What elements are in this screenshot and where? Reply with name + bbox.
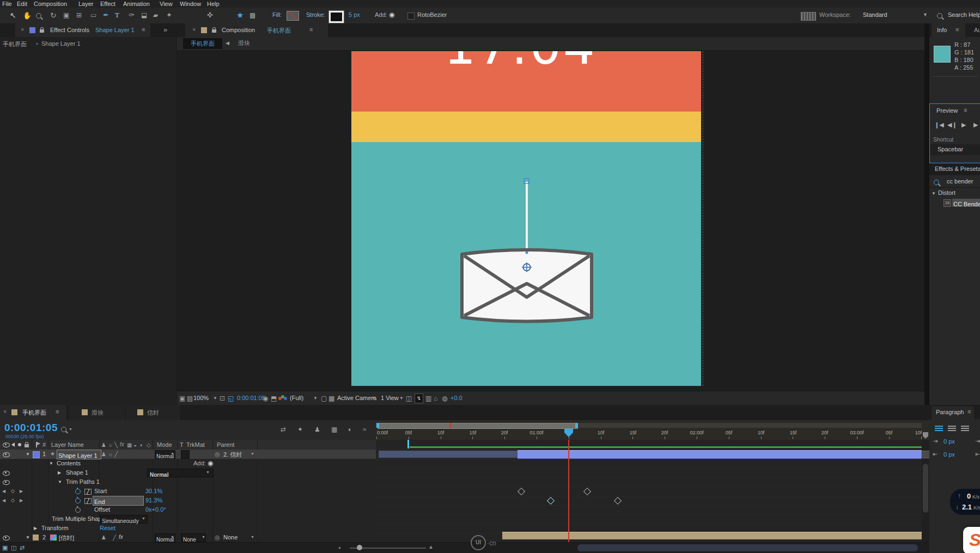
expand-transfer-controls-icon[interactable]: ◫ — [11, 544, 16, 551]
layer-row-xinfeng[interactable]: ▼ 2 [信封] ♟ ╱ fx Normal ▼ None ▼ ◎ None ▼ — [0, 533, 376, 542]
property-row-trim-paths[interactable]: ▼ Trim Paths 1 — [0, 477, 376, 487]
first-frame-button[interactable]: ❙◀ — [934, 121, 944, 128]
add-shape-button[interactable]: ◉ — [208, 459, 213, 467]
current-time-button[interactable]: 0:00:01:05 — [237, 395, 265, 401]
shy-toggle[interactable]: ♟ — [101, 451, 106, 457]
tms-dropdown-arrow[interactable]: ▼ — [142, 517, 145, 520]
puppet-pin-tool[interactable]: ✜ — [207, 11, 213, 19]
quality-toggle[interactable]: ╱ — [113, 534, 116, 540]
add-shape-button[interactable]: ◉ — [389, 11, 394, 19]
mode-dropdown-arrow[interactable]: ▼ — [171, 452, 174, 456]
mask-visibility-icon[interactable]: ▩ — [249, 11, 255, 19]
viewer-tab-other[interactable]: 滑块 — [238, 39, 250, 47]
menu-window[interactable]: Window — [180, 1, 201, 7]
menu-animation[interactable]: Animation — [123, 1, 150, 7]
mode-dropdown-arrow[interactable]: ▼ — [171, 535, 174, 539]
end-value[interactable]: 91.3% — [145, 497, 162, 503]
align-right-button[interactable] — [961, 426, 969, 432]
margin-left-value[interactable]: 0 px — [944, 451, 955, 458]
roto-brush-tool[interactable]: ✦ — [166, 11, 172, 19]
panel-menu-icon[interactable]: ≡ — [142, 26, 145, 33]
search-help-label[interactable]: Search Help — [948, 11, 980, 18]
motion-blur-toggle-icon[interactable]: ◐ — [348, 426, 352, 433]
vertical-scrollbar[interactable] — [923, 464, 928, 513]
composition-tab[interactable]: × Composition 手机界面 ≡ — [185, 23, 328, 37]
color-management-icon[interactable]: ◍ — [442, 395, 447, 402]
timeline-ruler[interactable]: 0:00f 05f 10f 15f 20f 01:00f 10f 15f 20f… — [376, 420, 922, 440]
mini-flowchart-toggle-icon[interactable]: ⇄ — [281, 426, 286, 433]
work-area-bar[interactable] — [378, 423, 578, 429]
expand-arrow-icon[interactable]: ▶ — [58, 470, 61, 475]
mode-dropdown-arrow[interactable]: ▼ — [206, 470, 210, 474]
type-tool[interactable]: T — [115, 11, 119, 20]
expand-arrow-icon[interactable]: ▼ — [49, 461, 53, 466]
current-time-indicator-head[interactable] — [564, 429, 573, 437]
timeline-tab-huakuai[interactable]: 滑块 — [69, 405, 126, 420]
next-keyframe-button[interactable]: ▶ — [20, 489, 23, 494]
path-vertex-dot[interactable] — [526, 251, 528, 254]
rotation-tool[interactable]: ↻ — [50, 11, 57, 20]
camera-view-value[interactable]: Active Camera — [337, 395, 376, 401]
expand-arrow-icon[interactable]: ▼ — [26, 452, 30, 457]
camera-dropdown-arrow[interactable]: ▼ — [372, 396, 376, 401]
pixel-aspect-icon[interactable]: ◫ — [406, 395, 412, 402]
play-button[interactable]: ▶ — [961, 121, 966, 128]
expand-layer-switches-icon[interactable]: ▣ — [2, 544, 8, 551]
menu-effect[interactable]: Effect — [100, 1, 115, 7]
magnification-value[interactable]: 100% — [193, 395, 209, 401]
effect-controls-tab[interactable]: × Effect Controls Shape Layer 1 ≡ — [15, 23, 150, 37]
zoom-out-mountain-icon[interactable]: ▲ — [338, 545, 342, 549]
show-snapshot-icon[interactable]: ⬒ — [271, 395, 277, 402]
exposure-toggle-icon[interactable]: ↯ — [415, 394, 423, 403]
menu-composition[interactable]: Composition — [34, 1, 67, 7]
menu-layer[interactable]: Layer — [78, 1, 94, 7]
layer-color-chip[interactable] — [33, 451, 40, 458]
previous-keyframe-button[interactable]: ◀ — [2, 489, 5, 494]
layer-name-column-header[interactable]: Layer Name — [51, 441, 84, 448]
shortcut-row[interactable]: Spacebar — [930, 144, 980, 155]
next-frame-button[interactable]: ▶❙ — [973, 121, 980, 128]
effects-search-value[interactable]: cc bender — [947, 178, 973, 185]
eraser-tool[interactable]: ▰ — [153, 11, 158, 19]
pen-tool[interactable]: ✒ — [103, 11, 109, 19]
parent-pickwhip-icon[interactable]: ◎ — [215, 534, 220, 541]
property-row-offset[interactable]: Offset 0x+0.0° — [0, 505, 376, 514]
layer-visibility-eye-icon[interactable] — [3, 536, 10, 540]
hand-tool[interactable]: ✋ — [23, 11, 32, 20]
stroke-width-value[interactable]: 5 px — [349, 11, 360, 18]
shape-tool[interactable]: ▭ — [90, 11, 96, 19]
panel-overflow-chevrons[interactable]: » — [163, 26, 167, 34]
draft-3d-toggle-icon[interactable]: ✦ — [297, 426, 303, 433]
fill-swatch[interactable] — [287, 11, 299, 21]
align-left-button[interactable] — [935, 426, 943, 432]
layer-row-shape-layer-1[interactable]: ▼ 1 ★ Shape Layer 1 ♟ ☼ ╱ Normal ▼ ◎ 2. … — [0, 450, 376, 459]
indent-left-value[interactable]: 0 px — [944, 438, 955, 445]
view-layout-dropdown-arrow[interactable]: ▼ — [399, 396, 404, 401]
mode-column-header[interactable]: Mode — [157, 441, 172, 448]
magnification-dropdown-arrow[interactable]: ▼ — [213, 396, 217, 401]
layer-name[interactable]: [信封] — [59, 534, 74, 542]
snapshot-camera-icon[interactable]: ◉ — [263, 395, 268, 402]
panel-menu-icon[interactable]: ≡ — [955, 26, 959, 33]
parent-dropdown-arrow[interactable]: ▼ — [251, 535, 254, 539]
shy-toggle[interactable]: ♟ — [101, 534, 106, 540]
panel-menu-icon[interactable]: ≡ — [964, 107, 967, 113]
info-tab[interactable]: Info ≡ — [932, 23, 965, 37]
layer1-duration-bar[interactable] — [518, 450, 922, 459]
composition-canvas[interactable]: 17:04 — [351, 51, 701, 386]
stopwatch-icon[interactable] — [75, 498, 81, 503]
property-row-trim-multiple-shapes[interactable]: Trim Multiple Shapes Simultaneously ▼ — [0, 514, 376, 524]
transform-reset-button[interactable]: Reset — [100, 525, 115, 531]
close-tab-icon[interactable]: × — [192, 26, 196, 33]
expand-arrow-icon[interactable]: ▶ — [34, 526, 37, 531]
current-time-display[interactable]: 0:00:01:05 — [4, 422, 58, 434]
property-row-transform[interactable]: ▶ Transform Reset — [0, 524, 376, 533]
expand-arrow-icon[interactable]: ▼ — [58, 480, 62, 484]
add-keyframe-button[interactable]: ◇ — [11, 488, 15, 494]
add-keyframe-button[interactable]: ◇ — [11, 497, 15, 503]
safe-margins-icon[interactable]: ⊡ — [220, 395, 225, 402]
panel-menu-icon[interactable]: ≡ — [309, 26, 313, 33]
view-layout-value[interactable]: 1 View — [381, 395, 399, 401]
parent-dropdown[interactable]: 2. 信封 — [223, 451, 242, 459]
quality-toggle[interactable]: ╱ — [114, 451, 118, 457]
